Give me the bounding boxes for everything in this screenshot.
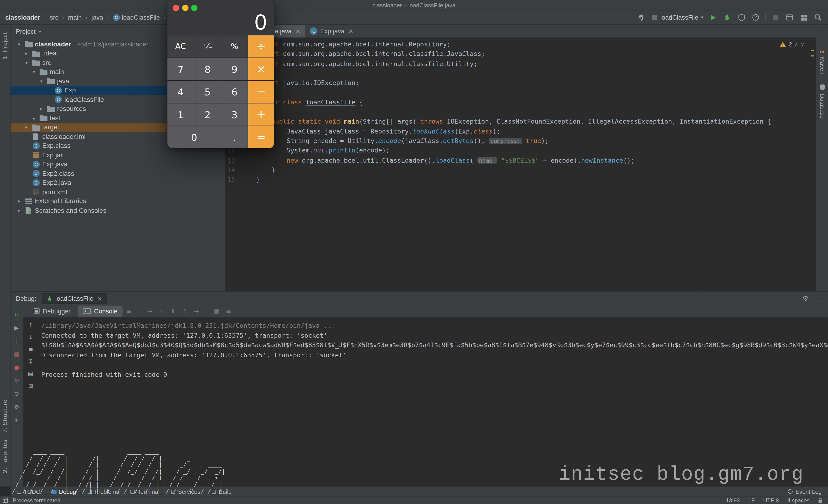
breadcrumb-item-loadclassfile[interactable]: CloadClassFile <box>113 14 160 21</box>
next-problem-icon[interactable]: ∨ <box>801 42 804 47</box>
profiler-button[interactable] <box>751 13 760 22</box>
indent-setting[interactable]: 4 spaces <box>787 497 810 503</box>
debug-tab-console[interactable]: >_Console <box>77 306 123 316</box>
rerun-button[interactable]: ↻ <box>12 310 21 319</box>
calc-key-1[interactable]: 1 <box>167 103 194 126</box>
toolwindow-button-project[interactable]: 1: Project <box>2 32 8 59</box>
breadcrumb-item-classloader[interactable]: classloader <box>5 14 40 21</box>
breadcrumb-item-src[interactable]: src <box>50 14 58 21</box>
thread-dump-button[interactable]: ⊙ <box>12 390 21 398</box>
chevron-open-icon[interactable]: ▾ <box>26 60 32 65</box>
run-configuration-select[interactable]: loadClassFile ▾ <box>651 14 703 21</box>
layout-grid-icon[interactable] <box>799 13 809 22</box>
stop-button[interactable] <box>771 13 780 22</box>
calc-key-[interactable]: . <box>221 126 248 148</box>
run-to-cursor-button[interactable]: → <box>191 306 201 316</box>
search-everywhere-icon[interactable] <box>813 13 823 22</box>
resume-button[interactable]: ▶ <box>12 323 21 332</box>
tree-row-exp2-class[interactable]: CExp2.class <box>11 169 225 178</box>
previous-problem-icon[interactable]: ∧ <box>795 42 798 47</box>
calc-key-[interactable]: ⁺⁄₋ <box>195 35 221 57</box>
debug-settings-button[interactable]: ⚙ <box>12 403 21 411</box>
calc-key-ac[interactable]: AC <box>167 35 194 57</box>
tree-row-exp2-java[interactable]: CExp2.java <box>11 178 225 187</box>
calculator-window[interactable]: 0 AC⁺⁄₋%÷789×456−123+0.= <box>167 0 274 148</box>
line-ending[interactable]: LF <box>748 497 755 503</box>
menu-icon[interactable]: ≡ <box>124 306 134 316</box>
close-icon[interactable]: × <box>295 28 301 35</box>
calc-key-5[interactable]: 5 <box>195 81 221 103</box>
toolwindow-button-structure[interactable]: 7: Structure <box>2 400 8 433</box>
minimize-window-button[interactable] <box>182 5 189 11</box>
pause-button[interactable]: ∥ <box>12 336 21 345</box>
calc-key-[interactable]: × <box>248 58 274 80</box>
calc-key-6[interactable]: 6 <box>221 81 248 103</box>
chevron-closed-icon[interactable]: ▸ <box>26 51 32 56</box>
calc-key-4[interactable]: 4 <box>167 81 194 103</box>
calc-key-[interactable]: + <box>248 103 274 126</box>
run-button[interactable] <box>708 13 717 22</box>
breadcrumb-item-java[interactable]: java <box>91 14 103 21</box>
toolwindow-button-favorites[interactable]: 2: Favorites <box>2 439 8 473</box>
step-out-button[interactable]: ⇑ <box>179 306 190 316</box>
close-window-button[interactable] <box>173 5 179 11</box>
chevron-closed-icon[interactable]: ▸ <box>26 125 32 130</box>
chevron-open-icon[interactable]: ▾ <box>18 42 25 47</box>
show-execution-point-button[interactable]: ↪ <box>145 306 155 316</box>
chevron-closed-icon[interactable]: ▸ <box>18 208 25 213</box>
calc-key-[interactable]: = <box>248 126 274 148</box>
stop-button[interactable]: ■ <box>12 350 21 359</box>
debug-session-tab[interactable]: loadClassFile × <box>42 293 107 304</box>
view-options-button[interactable]: ≡ <box>223 306 234 316</box>
restore-layout-button[interactable]: ▦ <box>212 306 222 316</box>
to-top-button[interactable]: ↑ <box>26 321 35 329</box>
calc-key-7[interactable]: 7 <box>167 58 194 80</box>
soft-wrap-button[interactable]: ≡ <box>26 345 35 354</box>
step-into-button[interactable]: ⇓ <box>168 306 178 316</box>
tree-row-external-libraries[interactable]: ▸External Libraries <box>11 196 225 206</box>
build-hammer-icon[interactable] <box>637 13 647 22</box>
calc-key-0[interactable]: 0 <box>167 126 221 148</box>
print-button[interactable]: ▤ <box>26 369 35 378</box>
event-log-button[interactable]: Event Log <box>788 488 822 495</box>
close-icon[interactable]: × <box>97 295 102 302</box>
inspection-widget[interactable]: 2 ∧ ∨ <box>779 41 804 47</box>
tree-row-exp-jar[interactable]: Exp.jar <box>11 150 225 159</box>
hide-panel-icon[interactable]: — <box>816 294 823 302</box>
scroll-to-end-button[interactable]: ↧ <box>26 357 35 366</box>
breadcrumb-item-main[interactable]: main <box>68 14 82 21</box>
caret-position[interactable]: 13:93 <box>726 497 740 503</box>
view-breakpoints-button[interactable]: ● <box>12 363 21 372</box>
open-in-window-icon[interactable] <box>785 13 794 22</box>
coverage-button[interactable] <box>737 13 746 22</box>
tree-row-scratches-and-consoles[interactable]: ▸Scratches and Consoles <box>11 206 225 215</box>
calc-key-[interactable]: ÷ <box>248 35 274 57</box>
debug-tab-debugger[interactable]: ▤Debugger <box>29 306 76 316</box>
clear-console-button[interactable]: ⊠ <box>26 381 35 390</box>
close-icon[interactable]: × <box>348 28 354 35</box>
calc-key-[interactable]: % <box>221 35 248 57</box>
step-over-button[interactable]: ⇘ <box>157 306 166 316</box>
calc-key-9[interactable]: 9 <box>221 58 248 80</box>
chevron-open-icon[interactable]: ▾ <box>40 79 47 84</box>
calc-key-2[interactable]: 2 <box>195 103 221 126</box>
chevron-closed-icon[interactable]: ▸ <box>40 106 47 111</box>
zoom-window-button[interactable] <box>191 5 197 11</box>
toolwindow-button-maven[interactable]: mMaven <box>817 48 828 75</box>
calc-key-[interactable]: − <box>248 81 274 103</box>
tree-row-exp-java[interactable]: CExp.java <box>11 159 225 169</box>
calc-key-3[interactable]: 3 <box>221 103 248 126</box>
gear-icon[interactable]: ⚙ <box>802 294 809 302</box>
toolwindow-toggle-icon[interactable] <box>3 498 8 503</box>
pin-button[interactable]: ∗ <box>12 416 21 424</box>
file-encoding[interactable]: UTF-8 <box>763 497 779 503</box>
tree-row-pom-xml[interactable]: mpom.xml <box>11 187 225 196</box>
chevron-closed-icon[interactable]: ▸ <box>18 199 25 204</box>
to-bottom-button[interactable]: ↓ <box>26 333 35 341</box>
debug-button[interactable] <box>722 13 732 22</box>
chevron-open-icon[interactable]: ▾ <box>33 69 40 75</box>
calc-key-8[interactable]: 8 <box>195 58 221 80</box>
toolwindow-button-database[interactable]: Database <box>817 84 828 119</box>
mute-breakpoints-button[interactable]: ⊘ <box>12 376 21 385</box>
editor-code[interactable]: 1import com.sun.org.apache.bcel.internal… <box>225 38 810 291</box>
